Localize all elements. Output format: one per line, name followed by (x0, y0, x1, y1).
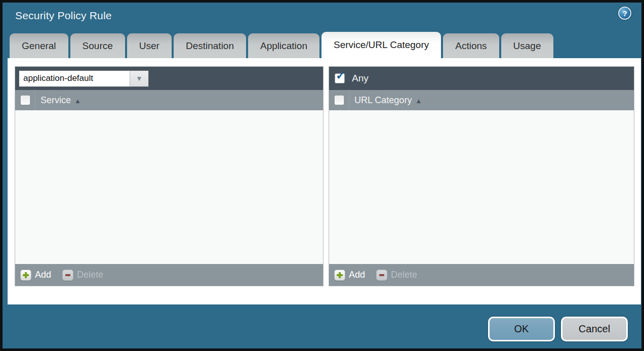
ok-button[interactable]: OK (488, 317, 555, 341)
tab-user[interactable]: User (127, 33, 172, 58)
add-button-label: Add (349, 270, 365, 280)
tab-general[interactable]: General (10, 33, 68, 58)
service-list (15, 110, 323, 264)
cancel-button[interactable]: Cancel (561, 317, 628, 341)
url-category-select-all-checkbox[interactable] (334, 95, 344, 105)
any-checkbox-label: Any (352, 73, 369, 84)
service-column-label: Service (41, 95, 71, 106)
url-category-delete-button[interactable]: Delete (376, 270, 417, 281)
service-column-header[interactable]: Service ▲ (15, 90, 323, 110)
sort-asc-icon: ▲ (415, 96, 422, 105)
tab-destination[interactable]: Destination (174, 33, 246, 58)
delete-button-label: Delete (391, 270, 417, 280)
service-add-button[interactable]: Add (20, 270, 51, 281)
any-checkbox[interactable]: ✓ (335, 73, 345, 83)
service-type-input[interactable] (19, 70, 130, 87)
checkmark-icon: ✓ (336, 70, 345, 81)
delete-icon (376, 270, 387, 281)
dialog-title: Security Policy Rule (15, 10, 112, 22)
add-icon (20, 270, 31, 281)
service-panel: ▼ Service ▲ Add Delete (15, 66, 324, 286)
sort-asc-icon: ▲ (74, 96, 81, 105)
url-category-column-label: URL Category (354, 95, 412, 106)
dialog-action-buttons: OK Cancel (488, 317, 628, 341)
tab-content-area: ▼ Service ▲ Add Delete (8, 58, 641, 304)
service-delete-button[interactable]: Delete (62, 270, 103, 281)
service-panel-footer: Add Delete (15, 264, 323, 286)
url-category-panel: ✓ Any URL Category ▲ Add (329, 66, 634, 286)
service-select-all-cell (15, 90, 35, 110)
add-icon (334, 270, 345, 281)
url-category-select-all-cell (329, 90, 349, 110)
tab-source[interactable]: Source (70, 33, 125, 58)
title-bar: Security Policy Rule ? (3, 3, 641, 33)
chevron-down-icon: ▼ (136, 74, 143, 82)
tab-service-url-category[interactable]: Service/URL Category (321, 32, 441, 58)
url-category-column-header[interactable]: URL Category ▲ (329, 90, 634, 110)
tab-actions[interactable]: Actions (443, 33, 499, 58)
help-icon[interactable]: ? (618, 7, 631, 20)
url-category-add-button[interactable]: Add (334, 270, 365, 281)
service-select-all-checkbox[interactable] (20, 95, 30, 105)
delete-icon (62, 270, 73, 281)
any-row: ✓ Any (333, 73, 369, 84)
security-policy-rule-dialog: Security Policy Rule ? General Source Us… (0, 0, 644, 351)
question-mark-glyph: ? (622, 9, 627, 18)
url-category-panel-footer: Add Delete (329, 264, 634, 286)
add-button-label: Add (35, 270, 51, 280)
service-type-dropdown-button[interactable]: ▼ (130, 70, 149, 87)
service-toolbar: ▼ (15, 67, 323, 90)
service-type-dropdown: ▼ (19, 70, 149, 87)
tab-application[interactable]: Application (248, 33, 319, 58)
tab-bar: General Source User Destination Applicat… (10, 33, 553, 58)
delete-button-label: Delete (77, 270, 103, 280)
tab-usage[interactable]: Usage (501, 33, 553, 58)
url-category-list (329, 110, 634, 264)
url-category-toolbar: ✓ Any (329, 67, 634, 90)
